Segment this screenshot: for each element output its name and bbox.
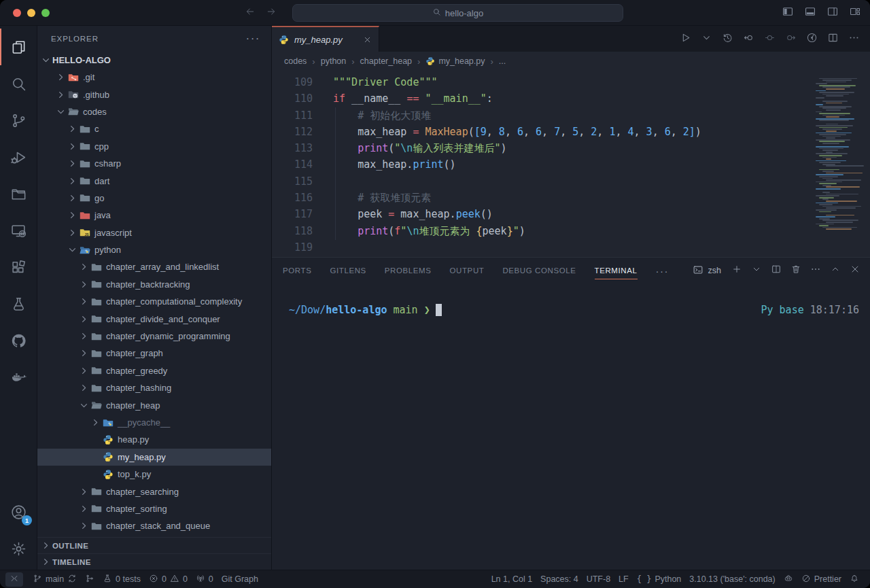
tree-item-chapter-hashing[interactable]: chapter_hashing [37, 379, 271, 396]
tree-item--git[interactable]: .git [37, 69, 271, 86]
activity-explorer[interactable] [0, 29, 37, 65]
status-language-mode[interactable]: { }Python [633, 572, 686, 587]
tree-item--pycache-[interactable]: __pycache__ [37, 414, 271, 431]
panel-tab-debug-console[interactable]: DEBUG CONSOLE [502, 258, 576, 283]
close-tab-icon[interactable] [363, 35, 372, 44]
panel-tab-problems[interactable]: PROBLEMS [385, 258, 432, 283]
tree-item-chapter-sorting[interactable]: chapter_sorting [37, 500, 271, 517]
panel-tab-output[interactable]: OUTPUT [450, 258, 485, 283]
navigate-forward-icon[interactable] [266, 6, 277, 20]
status-eol[interactable]: LF [614, 572, 633, 587]
nav-dot-icon[interactable] [764, 32, 776, 46]
status-ports[interactable]: 0 [192, 572, 218, 587]
status-git-graph-label[interactable]: Git Graph [218, 572, 262, 587]
breadcrumb-item-python[interactable]: python [321, 56, 347, 66]
maximize-panel-icon[interactable] [830, 264, 841, 277]
tree-item-c[interactable]: c [37, 120, 271, 137]
tree-item-chapter-stack-and-queue[interactable]: chapter_stack_and_queue [37, 517, 271, 534]
activity-search[interactable] [0, 65, 37, 102]
terminal-dropdown-icon[interactable] [751, 264, 762, 277]
minimize-window-button[interactable] [27, 9, 35, 17]
tree-item-my-heap-py[interactable]: my_heap.py [37, 449, 271, 466]
status-problems[interactable]: 00 [145, 572, 192, 587]
panel-tabs-more-icon[interactable]: ··· [656, 265, 669, 277]
status-cursor-position[interactable]: Ln 1, Col 1 [487, 572, 536, 587]
tree-item-cpp[interactable]: cpp [37, 138, 271, 155]
tree-item-chapter-graph[interactable]: chapter_graph [37, 345, 271, 362]
more-icon[interactable] [810, 264, 821, 277]
status-branch[interactable]: main [29, 572, 81, 587]
navigate-back-icon[interactable] [245, 6, 256, 20]
kill-terminal-icon[interactable] [790, 264, 801, 277]
section-outline[interactable]: OUTLINE [37, 537, 271, 553]
tab-my-heap-py[interactable]: my_heap.py [272, 26, 379, 52]
gitlens-graph-icon[interactable] [806, 32, 818, 46]
tree-item-python[interactable]: python [37, 241, 271, 258]
status-prettier[interactable]: Prettier [797, 572, 846, 587]
status-copilot[interactable] [780, 572, 797, 587]
tree-item-chapter-searching[interactable]: chapter_searching [37, 483, 271, 500]
new-terminal-icon[interactable] [731, 264, 742, 277]
code-editor[interactable]: 109"""Driver Code"""110if __name__ == "_… [272, 71, 870, 257]
close-panel-icon[interactable] [850, 264, 860, 277]
toggle-panel-icon[interactable] [804, 5, 816, 20]
close-window-button[interactable] [13, 9, 21, 17]
activity-accounts[interactable]: 1 [0, 494, 37, 530]
nav-forward-icon[interactable] [785, 32, 797, 46]
run-button[interactable] [680, 32, 691, 46]
status-git-graph-button[interactable] [81, 572, 99, 587]
tree-item-go[interactable]: go [37, 190, 271, 207]
activity-folder-explorer[interactable] [0, 175, 37, 212]
tree-item-chapter-greedy[interactable]: chapter_greedy [37, 362, 271, 379]
tree-item-codes[interactable]: codes [37, 103, 271, 120]
tree-item-chapter-array-and-linkedlist[interactable]: chapter_array_and_linkedlist [37, 258, 271, 275]
tree-item-top-k-py[interactable]: top_k.py [37, 466, 271, 483]
tree-item-java[interactable]: java [37, 207, 271, 224]
activity-source-control[interactable] [0, 102, 37, 139]
nav-back-icon[interactable] [743, 32, 754, 46]
split-editor-icon[interactable] [827, 32, 839, 46]
breadcrumb-item--[interactable]: ... [499, 56, 506, 66]
activity-run-and-debug[interactable] [0, 139, 37, 175]
sidebar-more-actions-icon[interactable]: ··· [246, 32, 260, 46]
section-timeline[interactable]: TIMELINE [37, 553, 271, 570]
panel-tab-gitlens[interactable]: GITLENS [330, 258, 366, 283]
panel-tab-terminal[interactable]: TERMINAL [595, 258, 638, 283]
activity-settings[interactable] [0, 530, 37, 567]
activity-docker[interactable] [0, 359, 37, 396]
status-remote-indicator[interactable] [5, 572, 23, 587]
tree-item-chapter-backtracking[interactable]: chapter_backtracking [37, 276, 271, 293]
status-encoding[interactable]: UTF-8 [582, 572, 614, 587]
activity-extensions[interactable] [0, 249, 37, 286]
more-actions-icon[interactable] [848, 32, 860, 46]
minimap[interactable] [816, 76, 865, 230]
status-tests[interactable]: 0 tests [99, 572, 145, 587]
tree-item--github[interactable]: .github [37, 86, 271, 103]
history-icon[interactable] [722, 32, 733, 46]
terminal-view[interactable]: ~/Dow/hello-algo main ❯ Py base 18:17:16 [272, 283, 870, 570]
panel-tab-ports[interactable]: PORTS [283, 258, 311, 283]
toggle-secondary-sidebar-icon[interactable] [826, 5, 839, 20]
activity-testing[interactable] [0, 286, 37, 322]
tree-item-chapter-computational-complexity[interactable]: chapter_computational_complexity [37, 293, 271, 310]
tree-item-javascript[interactable]: JSjavascript [37, 224, 271, 241]
breadcrumb-item-codes[interactable]: codes [284, 56, 307, 66]
command-center-search[interactable]: hello-algo [292, 4, 623, 22]
tree-item-dart[interactable]: dart [37, 172, 271, 189]
customize-layout-icon[interactable] [849, 5, 861, 20]
breadcrumb-item-my-heap-py[interactable]: my_heap.py [425, 56, 485, 67]
toggle-primary-sidebar-icon[interactable] [782, 5, 794, 20]
tree-item-csharp[interactable]: csharp [37, 155, 271, 172]
run-dropdown[interactable] [701, 32, 712, 46]
status-indentation[interactable]: Spaces: 4 [536, 572, 582, 587]
tree-item-chapter-heap[interactable]: chapter_heap [37, 396, 271, 413]
status-python-interpreter[interactable]: 3.10.13 ('base': conda) [685, 572, 779, 587]
activity-github[interactable] [0, 322, 37, 359]
zoom-window-button[interactable] [41, 9, 50, 17]
tree-item-chapter-dynamic-programming[interactable]: chapter_dynamic_programming [37, 328, 271, 345]
activity-remote-explorer[interactable] [0, 212, 37, 249]
breadcrumb-item-chapter-heap[interactable]: chapter_heap [360, 56, 412, 66]
tree-item-chapter-divide-and-conquer[interactable]: chapter_divide_and_conquer [37, 310, 271, 327]
tree-root-hello-algo[interactable]: HELLO-ALGO [37, 52, 271, 69]
tree-item-heap-py[interactable]: heap.py [37, 431, 271, 448]
